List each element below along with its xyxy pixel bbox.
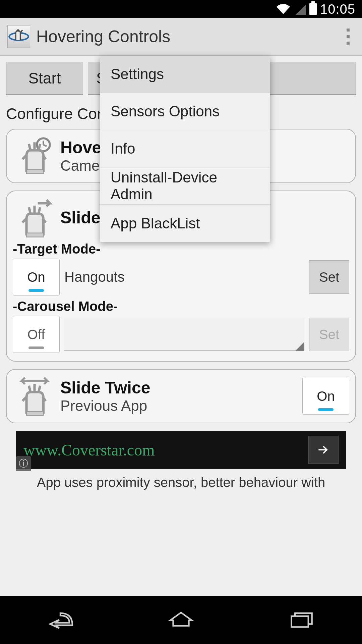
- slide-twice-icon: [13, 374, 56, 418]
- svg-rect-6: [26, 412, 43, 416]
- hover-hold-icon: [13, 134, 56, 178]
- start-button[interactable]: Start: [6, 62, 83, 95]
- signal-icon: [294, 3, 306, 15]
- navigation-bar: [0, 596, 362, 644]
- footer-text: App uses proximity sensor, better behavi…: [6, 472, 356, 491]
- slide-twice-toggle[interactable]: On: [302, 378, 349, 415]
- status-bar: 10:05: [0, 0, 362, 18]
- menu-item-sensors-options[interactable]: Sensors Options: [100, 93, 270, 130]
- target-mode-label: -Target Mode-: [13, 241, 349, 257]
- wifi-icon: [276, 2, 291, 16]
- carousel-mode-toggle[interactable]: Off: [13, 316, 60, 353]
- slide-once-icon: [13, 196, 56, 239]
- ad-info-icon[interactable]: ⓘ: [16, 456, 31, 471]
- menu-item-info[interactable]: Info: [100, 130, 270, 167]
- carousel-dropdown[interactable]: [64, 318, 304, 351]
- app-icon: [7, 25, 30, 48]
- svg-line-3: [43, 145, 47, 146]
- nav-back-button[interactable]: [45, 607, 75, 632]
- svg-rect-5: [26, 233, 43, 237]
- menu-item-uninstall[interactable]: Uninstall-Device Admin: [100, 167, 270, 205]
- ad-banner[interactable]: ⓘ www.Coverstar.com: [16, 431, 346, 469]
- slide-twice-subtitle: Previous App: [60, 397, 298, 414]
- battery-icon: [309, 3, 317, 15]
- card-slide-twice[interactable]: Slide Twice Previous App On: [6, 369, 356, 423]
- svg-rect-4: [26, 170, 43, 174]
- carousel-set-button: Set: [309, 318, 349, 351]
- target-mode-value: Hangouts: [64, 269, 304, 285]
- overflow-menu-button[interactable]: [341, 26, 355, 47]
- ad-url: www.Coverstar.com: [23, 441, 155, 459]
- app-title: Hovering Controls: [36, 27, 170, 46]
- menu-item-settings[interactable]: Settings: [100, 56, 270, 93]
- status-time: 10:05: [320, 2, 355, 17]
- nav-recent-button[interactable]: [287, 607, 317, 632]
- target-mode-toggle[interactable]: On: [13, 259, 60, 296]
- slide-twice-title: Slide Twice: [60, 378, 298, 397]
- menu-item-blacklist[interactable]: App BlackList: [100, 205, 270, 242]
- ad-arrow-button[interactable]: [308, 436, 339, 464]
- nav-home-button[interactable]: [166, 607, 196, 632]
- action-bar: Hovering Controls: [0, 18, 362, 56]
- target-set-button[interactable]: Set: [309, 260, 349, 294]
- svg-rect-7: [291, 616, 308, 627]
- carousel-mode-label: -Carousel Mode-: [13, 299, 349, 314]
- overflow-menu: Settings Sensors Options Info Uninstall-…: [100, 56, 270, 242]
